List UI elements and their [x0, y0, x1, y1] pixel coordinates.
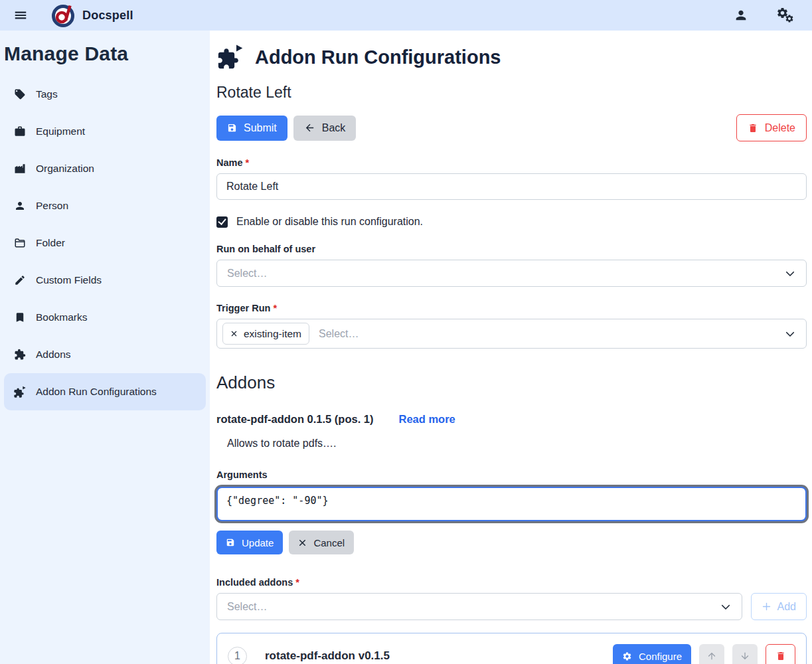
sidebar: Manage Data Tags Equipment Organization … — [0, 31, 210, 664]
user-icon[interactable] — [734, 8, 748, 23]
trigger-chip[interactable]: existing-item — [222, 323, 309, 345]
bookmark-icon — [13, 311, 26, 323]
cancel-button-label: Cancel — [313, 537, 345, 548]
folder-icon — [13, 237, 26, 249]
included-addons-select[interactable]: Select… — [216, 593, 742, 620]
remove-chip-icon[interactable] — [230, 330, 238, 337]
arrow-up-icon — [706, 651, 717, 661]
sidebar-item-label: Bookmarks — [36, 311, 88, 323]
included-addon-name: rotate-pdf-addon v0.1.5 — [265, 649, 390, 663]
enable-checkbox-row: Enable or disable this run configuration… — [216, 216, 807, 228]
sidebar-item-organization[interactable]: Organization — [4, 150, 206, 187]
sidebar-item-label: Tags — [36, 88, 58, 100]
back-button[interactable]: Back — [293, 116, 357, 141]
run-user-placeholder: Select… — [227, 268, 267, 280]
remove-addon-button[interactable] — [766, 644, 795, 664]
trash-icon — [748, 123, 758, 133]
equipment-icon — [13, 125, 26, 137]
sidebar-item-label: Folder — [36, 237, 65, 249]
chevron-down-icon — [720, 601, 732, 613]
trigger-label-text: Trigger Run — [216, 303, 270, 313]
addon-description: Allows to rotate pdfs…. — [227, 438, 807, 450]
required-asterisk: * — [295, 577, 299, 588]
update-button[interactable]: Update — [216, 531, 283, 554]
sidebar-item-label: Equipment — [36, 125, 85, 137]
required-asterisk: * — [246, 157, 250, 168]
sidebar-item-tags[interactable]: Tags — [4, 76, 206, 113]
close-icon — [298, 539, 307, 547]
config-name-heading: Rotate Left — [216, 84, 807, 102]
sidebar-item-label: Organization — [36, 163, 94, 175]
arguments-textarea[interactable]: {"degree": "-90"} — [216, 487, 807, 521]
settings-gears-icon[interactable] — [776, 5, 796, 25]
page-title: Addon Run Configurations — [255, 46, 501, 68]
addon-title-row: rotate-pdf-addon 0.1.5 (pos. 1) Read mor… — [216, 413, 807, 426]
trigger-run-label: Trigger Run* — [216, 303, 807, 313]
sidebar-item-addon-run-configurations[interactable]: Addon Run Configurations — [4, 373, 206, 410]
position-badge: 1 — [228, 647, 247, 664]
sidebar-item-bookmarks[interactable]: Bookmarks — [4, 299, 206, 336]
plus-icon — [762, 602, 771, 612]
add-button-label: Add — [777, 601, 796, 613]
run-user-select[interactable]: Select… — [216, 260, 807, 287]
arguments-label: Arguments — [216, 469, 807, 480]
pen-icon — [13, 274, 26, 286]
chevron-down-icon — [784, 328, 796, 340]
configure-button[interactable]: Configure — [613, 644, 691, 664]
trigger-chip-label: existing-item — [244, 328, 301, 340]
sidebar-item-label: Addons — [36, 349, 71, 361]
included-addons-label: Included addons* — [216, 577, 807, 588]
included-addon-card: 1 rotate-pdf-addon v0.1.5 Configure — [216, 633, 807, 664]
action-row: Submit Back Delete — [216, 114, 807, 141]
name-input[interactable] — [216, 173, 807, 200]
app-brand[interactable]: Docspell — [50, 3, 133, 28]
save-icon — [227, 123, 237, 133]
sidebar-item-person[interactable]: Person — [4, 187, 206, 224]
submit-button[interactable]: Submit — [216, 116, 287, 141]
sidebar-item-folder[interactable]: Folder — [4, 224, 206, 262]
sidebar-item-addons[interactable]: Addons — [4, 336, 206, 373]
enable-checkbox[interactable] — [216, 216, 228, 228]
app-title: Docspell — [82, 9, 133, 23]
included-addons-row: Select… Add — [216, 593, 807, 620]
trigger-placeholder: Select… — [319, 328, 359, 340]
configure-button-label: Configure — [639, 651, 682, 662]
run-user-label: Run on behalf of user — [216, 244, 807, 254]
sidebar-item-equipment[interactable]: Equipment — [4, 113, 206, 150]
move-up-button[interactable] — [699, 644, 724, 664]
update-button-label: Update — [242, 537, 274, 548]
docspell-logo-icon — [50, 3, 76, 28]
delete-button[interactable]: Delete — [736, 114, 807, 141]
person-icon — [13, 200, 26, 212]
sidebar-item-label: Person — [36, 200, 68, 212]
main-content: Addon Run Configurations Rotate Left Sub… — [210, 31, 812, 664]
chevron-down-icon — [784, 268, 796, 280]
update-row: Update Cancel — [216, 531, 807, 554]
name-field-label: Name* — [216, 157, 807, 168]
page-layout: Manage Data Tags Equipment Organization … — [0, 31, 812, 664]
move-down-button[interactable] — [732, 644, 758, 664]
cancel-button[interactable]: Cancel — [289, 531, 354, 554]
menu-icon[interactable] — [9, 4, 32, 27]
sidebar-item-custom-fields[interactable]: Custom Fields — [4, 262, 206, 299]
arrow-left-icon — [304, 122, 315, 133]
add-addon-button[interactable]: Add — [751, 593, 807, 620]
included-label-text: Included addons — [216, 577, 293, 588]
sidebar-title: Manage Data — [0, 37, 210, 76]
included-placeholder: Select… — [227, 601, 267, 613]
read-more-link[interactable]: Read more — [399, 413, 455, 426]
addon-version-title: rotate-pdf-addon 0.1.5 (pos. 1) — [216, 413, 374, 426]
puzzle-run-icon — [216, 44, 243, 70]
enable-checkbox-label: Enable or disable this run configuration… — [236, 216, 423, 228]
submit-button-label: Submit — [244, 122, 277, 134]
name-label-text: Name — [216, 157, 243, 168]
gear-icon — [622, 651, 632, 661]
page-header: Addon Run Configurations — [216, 44, 807, 70]
arrow-down-icon — [740, 651, 750, 661]
sidebar-item-label: Custom Fields — [36, 274, 102, 286]
delete-button-label: Delete — [765, 122, 795, 134]
tag-icon — [13, 88, 26, 100]
trash-icon — [775, 651, 786, 661]
trigger-run-select[interactable]: existing-item Select… — [216, 319, 807, 349]
organization-icon — [13, 163, 26, 175]
